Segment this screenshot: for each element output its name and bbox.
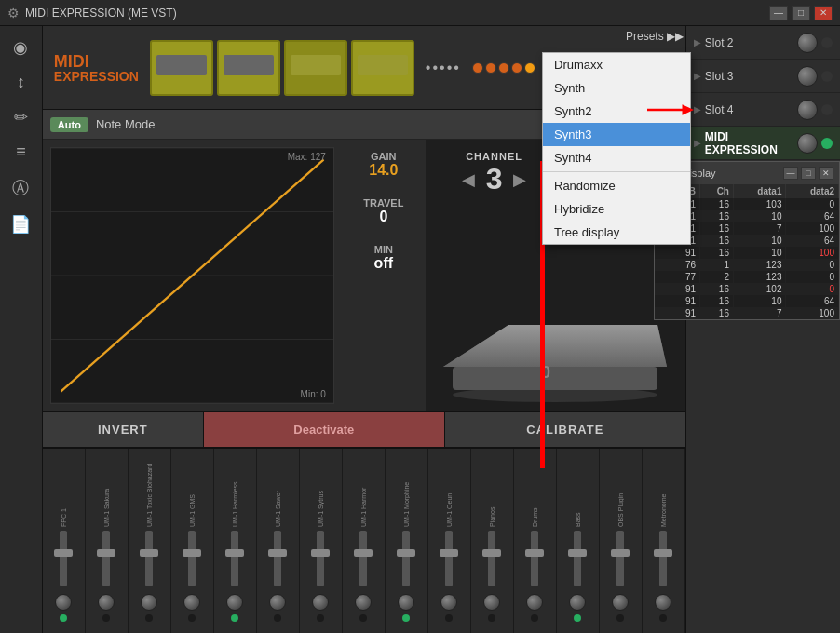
channel-fader[interactable]: [145, 531, 153, 586]
dt-close-btn[interactable]: ✕: [819, 167, 833, 180]
channel-knob[interactable]: [312, 594, 329, 611]
minimize-button[interactable]: —: [769, 6, 788, 20]
invert-button[interactable]: INVERT: [43, 412, 204, 447]
slot-4-knob[interactable]: [797, 100, 818, 120]
dt-maximize-btn[interactable]: □: [801, 167, 816, 180]
midi-expression-slot[interactable]: ▶ MIDI EXPRESSION: [686, 127, 840, 160]
channel-knob[interactable]: [612, 594, 629, 611]
pdf-icon[interactable]: 📄: [7, 210, 34, 238]
channel-knob[interactable]: [141, 594, 157, 611]
channel-fader[interactable]: [188, 531, 196, 586]
gain-block[interactable]: GAIN 14.0: [369, 151, 398, 179]
slot-4-item[interactable]: ▶ Slot 4: [686, 93, 840, 127]
graph-area[interactable]: Max: 127 Min: 0: [50, 147, 334, 404]
travel-block[interactable]: TRAVEL 0: [363, 197, 403, 225]
dropdown-tree-display[interactable]: Tree display: [543, 221, 690, 244]
fader-handle[interactable]: [525, 549, 544, 557]
dt-minimize-btn[interactable]: —: [783, 167, 798, 180]
channel-fader[interactable]: [488, 531, 495, 586]
channel-knob[interactable]: [269, 594, 286, 611]
channel-fader[interactable]: [402, 531, 410, 586]
close-button[interactable]: ✕: [814, 6, 833, 20]
channel-knob[interactable]: [655, 594, 671, 611]
power-icon[interactable]: ◉: [9, 34, 32, 61]
channel-knob[interactable]: [355, 594, 372, 611]
channel-prev-arrow[interactable]: ◀: [462, 169, 475, 190]
channel-knob[interactable]: [98, 594, 115, 611]
channel-fader[interactable]: [60, 531, 67, 586]
channel-fader[interactable]: [445, 531, 453, 586]
dropdown-synth[interactable]: Synth: [543, 76, 690, 100]
dropdown-synth4[interactable]: Synth4: [543, 146, 690, 169]
channel-next-arrow[interactable]: ▶: [513, 169, 526, 190]
fader-handle[interactable]: [54, 549, 73, 557]
slot-2-knob[interactable]: [797, 33, 818, 53]
slot-2-item[interactable]: ▶ Slot 2: [686, 26, 840, 60]
fader-handle[interactable]: [482, 549, 501, 557]
slot-3-arrow: ▶: [694, 71, 701, 81]
channel-knob[interactable]: [55, 594, 72, 611]
dropdown-randomize[interactable]: Randomize: [543, 174, 690, 197]
mixer-channel: UM-1 Oeun: [428, 449, 471, 633]
channel-fader[interactable]: [317, 531, 324, 586]
min-block[interactable]: MIN off: [374, 244, 393, 272]
fader-handle[interactable]: [225, 549, 244, 557]
mixer-channel: Metronome: [643, 449, 685, 633]
pedal-slot-4[interactable]: [351, 40, 414, 96]
dropdown-drumaxx[interactable]: Drumaxx: [543, 53, 690, 76]
channel-fader[interactable]: [574, 531, 581, 586]
maximize-button[interactable]: □: [792, 6, 810, 20]
mixer-channel: UM-1 Sytrus: [300, 449, 343, 633]
table-cell: 76: [655, 259, 700, 271]
slot-3-item[interactable]: ▶ Slot 3: [686, 60, 840, 93]
presets-label[interactable]: Presets ▶▶: [618, 26, 691, 47]
table-cell: 91: [655, 283, 700, 295]
pedal-slot-1[interactable]: [150, 40, 213, 96]
fader-handle[interactable]: [97, 549, 115, 557]
edit-icon[interactable]: ✏: [10, 103, 32, 131]
channel-knob[interactable]: [440, 594, 457, 611]
fader-handle[interactable]: [311, 549, 330, 557]
channel-fader[interactable]: [616, 531, 624, 586]
travel-value: 0: [363, 209, 403, 225]
fader-handle[interactable]: [440, 549, 458, 557]
mixer-channel: FPC 1: [43, 449, 86, 633]
dropdown-synth3[interactable]: Synth3: [543, 123, 690, 146]
auto-badge[interactable]: Auto: [50, 117, 88, 132]
channel-knob[interactable]: [569, 594, 586, 611]
fader-handle[interactable]: [397, 549, 415, 557]
table-cell: 91: [655, 295, 700, 307]
channel-fader[interactable]: [102, 531, 110, 586]
right-panel: ▶ Slot 2 ▶ Slot 3 ▶ Slot 4 ▶ MIDI EXPRES…: [685, 26, 840, 633]
channel-knob[interactable]: [398, 594, 414, 611]
fader-handle[interactable]: [140, 549, 158, 557]
pedal-slot-3[interactable]: [284, 40, 347, 96]
fader-handle[interactable]: [611, 549, 630, 557]
channel-fader[interactable]: [274, 531, 281, 586]
mixer-channel: Drums: [514, 449, 557, 633]
slot-3-knob[interactable]: [797, 66, 818, 87]
channel-fader[interactable]: [359, 531, 367, 586]
table-cell: 123: [733, 259, 786, 271]
channel-fader[interactable]: [531, 531, 538, 586]
channel-fader[interactable]: [231, 531, 238, 586]
channel-knob[interactable]: [226, 594, 243, 611]
dropdown-hybridize[interactable]: Hybridize: [543, 197, 690, 221]
fader-handle[interactable]: [354, 549, 373, 557]
lines-icon[interactable]: ≡: [12, 139, 30, 166]
fader-handle[interactable]: [268, 549, 287, 557]
channel-knob[interactable]: [483, 594, 500, 611]
table-cell: 7: [733, 222, 786, 235]
channel-knob[interactable]: [526, 594, 543, 611]
arrows-icon[interactable]: ↕: [13, 69, 29, 96]
fader-handle[interactable]: [568, 549, 587, 557]
channel-fader[interactable]: [659, 531, 667, 586]
fader-handle[interactable]: [183, 549, 201, 557]
calibrate-button[interactable]: CALIBRATE: [445, 412, 685, 447]
circle-a-icon[interactable]: Ⓐ: [8, 173, 33, 203]
pedal-slot-2[interactable]: [217, 40, 280, 96]
fader-handle[interactable]: [654, 549, 672, 557]
deactivate-button[interactable]: Deactivate: [204, 412, 445, 447]
midi-expr-knob[interactable]: [797, 133, 818, 154]
channel-knob[interactable]: [183, 594, 200, 611]
